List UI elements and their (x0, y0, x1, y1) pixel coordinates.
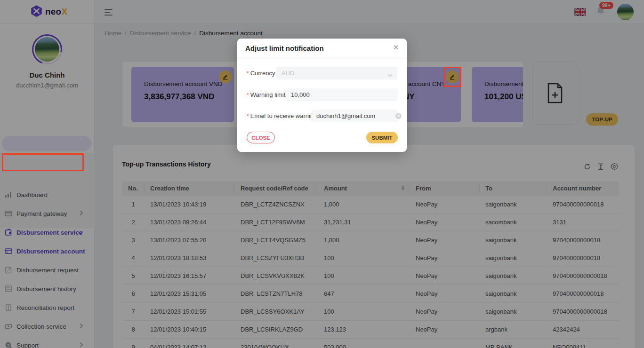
close-button[interactable]: CLOSE (247, 132, 275, 143)
required-asterisk: * (247, 113, 249, 119)
warning-limit-label: *Warning limit : (247, 91, 289, 98)
app-root: neoX Duc Chinh ducchinh1@gmail.com Dashb… (0, 0, 644, 348)
chevron-down-icon (387, 71, 393, 79)
submit-button[interactable]: SUBMIT (366, 132, 398, 143)
clear-input-icon[interactable]: ✕ (395, 113, 402, 119)
email-input[interactable] (311, 110, 398, 122)
close-icon[interactable]: ✕ (392, 43, 400, 52)
modal-header: Adjust limit notification ✕ (237, 39, 407, 57)
warning-limit-input[interactable] (286, 88, 398, 101)
modal-title: Adjust limit notification (245, 44, 324, 52)
email-label: *Email to receive warning : (247, 112, 321, 119)
adjust-limit-modal: Adjust limit notification ✕ *Currency : … (237, 39, 407, 152)
required-asterisk: * (247, 70, 249, 77)
required-asterisk: * (247, 92, 249, 98)
currency-label: *Currency : (247, 70, 279, 77)
currency-select-value: AUD (282, 70, 294, 77)
currency-select[interactable]: AUD (276, 67, 397, 79)
warning-limit-row: *Warning limit : (237, 88, 407, 101)
email-row: *Email to receive warning : ✕ (237, 110, 407, 122)
currency-row: *Currency : AUD (237, 67, 407, 79)
